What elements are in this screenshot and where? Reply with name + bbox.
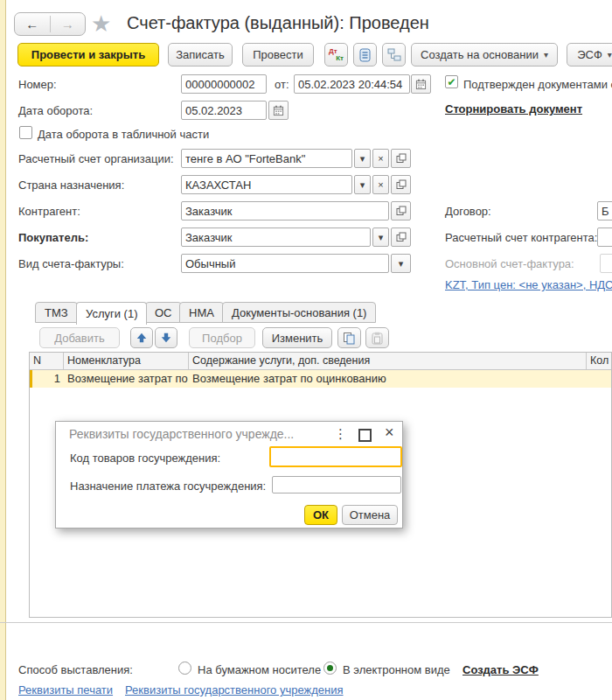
open-form-icon: [396, 179, 407, 190]
related-documents-button[interactable]: [382, 43, 406, 66]
cell-quantity: [587, 370, 611, 388]
back-arrow-icon: ←: [25, 17, 38, 32]
cell-service-content: Возмещение затрат по оцинкованию: [189, 370, 587, 388]
favorites-star-icon[interactable]: ★: [91, 10, 111, 38]
gov-institution-details-link[interactable]: Реквизиты государственного учреждения: [125, 683, 344, 696]
column-header-quantity[interactable]: Кол: [587, 353, 611, 369]
electronic-radio[interactable]: [323, 662, 337, 675]
column-header-nomenclature[interactable]: Номенклатура: [64, 353, 189, 369]
paper-radio[interactable]: [178, 662, 191, 675]
number-input[interactable]: [181, 74, 267, 94]
country-dropdown-button[interactable]: ▾: [354, 175, 371, 194]
ok-button[interactable]: ОК: [304, 505, 337, 525]
dialog-title: Реквизиты государственного учрежде...: [69, 427, 294, 441]
cell-n: 1: [30, 370, 64, 388]
dialog-menu-button[interactable]: ⋮: [334, 426, 347, 442]
tab-os[interactable]: ОС: [145, 302, 182, 323]
org-account-label: Расчетный счет организации:: [18, 152, 174, 165]
arrow-up-icon: [136, 332, 148, 344]
table-row[interactable]: 1 Возмещение затрат по оци... Возмещение…: [30, 370, 611, 388]
number-label: Номер:: [18, 78, 57, 91]
open-form-icon: [396, 153, 407, 164]
price-type-settings-link[interactable]: KZT, Тип цен: <не указан>, НДС (: [445, 278, 612, 291]
invoice-kind-dropdown-button[interactable]: ▾: [391, 254, 411, 273]
org-account-dropdown-button[interactable]: ▾: [354, 149, 371, 168]
register-list-icon: [358, 48, 372, 62]
confirmed-by-documents-label: Подтвержден документами о: [463, 78, 612, 91]
buyer-open-button[interactable]: [391, 228, 411, 247]
move-row-up-button[interactable]: [130, 327, 153, 348]
move-row-down-button[interactable]: [155, 327, 177, 348]
goods-code-input[interactable]: [269, 446, 402, 467]
paper-radio-label: На бумажном носителе: [198, 663, 321, 676]
clear-icon: ×: [378, 179, 383, 190]
country-open-button[interactable]: [391, 175, 411, 194]
dt-kt-postings-button[interactable]: Дт Кт: [324, 43, 348, 66]
calendar-icon: [415, 79, 427, 90]
turnover-date-calendar-button[interactable]: [268, 101, 289, 120]
payment-purpose-label: Назначение платежа госучреждения:: [70, 480, 266, 493]
org-account-clear-button[interactable]: ×: [372, 149, 389, 168]
contract-label: Договор:: [445, 205, 491, 218]
paste-rows-button[interactable]: [365, 327, 389, 348]
invoice-kind-label: Вид счета-фактуры:: [18, 257, 124, 270]
dialog-maximize-button[interactable]: [358, 429, 372, 442]
storno-document-link[interactable]: Сторнировать документ: [445, 102, 582, 116]
dialog-close-button[interactable]: ×: [385, 424, 394, 442]
chevron-down-icon: ▾: [608, 50, 612, 60]
back-button[interactable]: ←: [15, 13, 50, 35]
radio-dot: [327, 665, 333, 671]
copy-rows-button[interactable]: [337, 327, 361, 348]
main-invoice-input[interactable]: [600, 254, 612, 273]
counterparty-open-button[interactable]: [391, 201, 411, 220]
confirmed-by-documents-checkbox[interactable]: ✔: [445, 75, 458, 88]
calendar-icon: [273, 105, 284, 116]
destination-country-input[interactable]: [181, 175, 352, 194]
org-account-input[interactable]: [181, 149, 352, 168]
open-form-icon: [396, 206, 407, 216]
invoice-kind-input[interactable]: [181, 254, 389, 273]
create-esf-link[interactable]: Создать ЭСФ: [462, 663, 539, 676]
invoice-document-window: ← → ★ Счет-фактура (выданный): Проведен …: [0, 0, 612, 700]
document-date-calendar-button[interactable]: [411, 74, 431, 94]
counterparty-account-label: Расчетный счет контрагента:: [445, 231, 597, 244]
open-form-icon: [396, 232, 407, 242]
gov-institution-details-dialog: Реквизиты государственного учрежде... ⋮ …: [55, 421, 403, 528]
counterparty-input[interactable]: [181, 201, 389, 220]
org-account-open-button[interactable]: [391, 149, 411, 168]
turnover-date-in-table-label: Дата оборота в табличной части: [38, 128, 209, 141]
tab-basis-documents[interactable]: Документы-основания (1): [222, 302, 376, 323]
chevron-down-icon: ▾: [544, 50, 548, 60]
page-title: Счет-фактура (выданный): Проведен: [127, 13, 429, 33]
tab-tmz[interactable]: ТМЗ: [35, 302, 78, 323]
buyer-input[interactable]: [181, 228, 371, 247]
esf-label: ЭСФ: [577, 48, 602, 61]
create-on-basis-button[interactable]: Создать на основании ▾: [411, 43, 558, 66]
country-clear-button[interactable]: ×: [372, 175, 389, 194]
forward-button[interactable]: →: [51, 13, 86, 35]
print-details-link[interactable]: Реквизиты печати: [18, 683, 113, 696]
buyer-dropdown-button[interactable]: ▾: [372, 228, 389, 247]
edit-row-button[interactable]: Изменить: [262, 327, 332, 348]
counterparty-account-input[interactable]: [597, 228, 612, 247]
create-on-basis-label: Создать на основании: [421, 48, 539, 61]
document-date-input[interactable]: [294, 74, 410, 94]
pick-button[interactable]: Подбор: [189, 327, 255, 348]
post-button[interactable]: Провести: [242, 43, 314, 66]
contract-input[interactable]: [597, 201, 612, 220]
chevron-down-icon: ▾: [379, 232, 384, 243]
add-row-button[interactable]: Добавить: [39, 327, 120, 348]
turnover-date-in-table-checkbox[interactable]: [19, 126, 32, 139]
column-header-service-content[interactable]: Содержание услуги, доп. сведения: [189, 353, 587, 369]
tab-nma[interactable]: НМА: [179, 302, 224, 323]
write-button[interactable]: Записать: [168, 43, 233, 66]
register-records-button[interactable]: [353, 43, 377, 66]
column-header-n[interactable]: N: [30, 353, 64, 369]
payment-purpose-input[interactable]: [272, 476, 401, 494]
arrow-down-icon: [160, 332, 172, 344]
turnover-date-input[interactable]: [181, 101, 267, 120]
post-and-close-button[interactable]: Провести и закрыть: [17, 43, 159, 66]
esf-menu-button[interactable]: ЭСФ ▾: [567, 43, 612, 66]
tab-services[interactable]: Услуги (1): [76, 302, 147, 325]
cancel-button[interactable]: Отмена: [342, 505, 398, 525]
